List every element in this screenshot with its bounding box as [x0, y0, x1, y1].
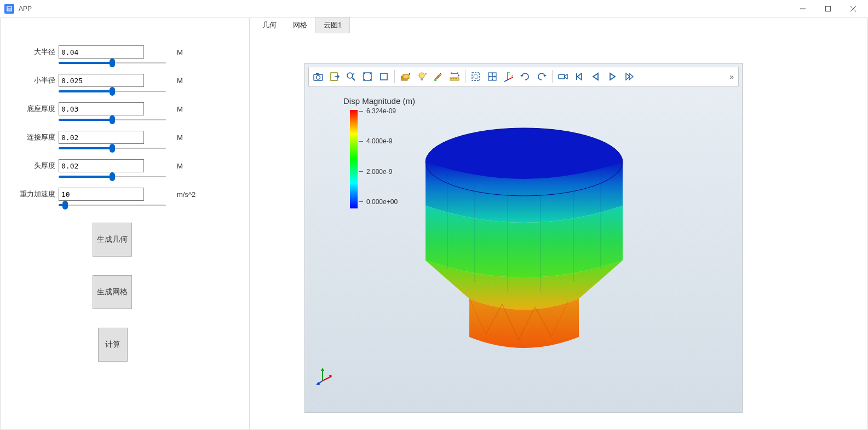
svg-line-40	[508, 77, 513, 80]
generate-geometry-button[interactable]: 生成几何	[93, 223, 132, 257]
param-slider-0[interactable]	[59, 62, 166, 64]
param-label: 大半径	[12, 47, 55, 57]
param-label: 头厚度	[12, 161, 55, 171]
param-slider-3[interactable]	[59, 147, 166, 149]
param-input-0[interactable]	[59, 45, 144, 59]
param-label: 重力加速度	[12, 189, 55, 199]
generate-mesh-button[interactable]: 生成网格	[93, 275, 132, 309]
skip-forward-icon[interactable]	[620, 68, 637, 85]
svg-marker-31	[458, 74, 459, 77]
viewer-tabs: 几何网格云图1	[250, 18, 867, 33]
svg-text:y: y	[508, 71, 510, 74]
export-icon[interactable]	[326, 68, 343, 85]
svg-line-12	[352, 78, 355, 80]
titlebar: APP	[0, 0, 868, 18]
param-unit: M	[177, 133, 183, 142]
legend-tick: 4.000e-9	[359, 137, 398, 145]
svg-marker-18	[409, 73, 410, 75]
zoom-find-icon[interactable]	[343, 68, 359, 85]
maximize-button[interactable]	[815, 0, 841, 18]
play-back-icon[interactable]	[588, 68, 604, 85]
app-title: APP	[19, 5, 32, 13]
ruler-icon[interactable]	[446, 68, 463, 85]
lightbulb-icon[interactable]	[413, 68, 430, 85]
close-button[interactable]	[841, 0, 866, 18]
tab-1[interactable]: 网格	[285, 17, 315, 33]
svg-rect-22	[434, 79, 436, 81]
svg-point-11	[347, 73, 353, 78]
tab-0[interactable]: 几何	[254, 17, 285, 33]
param-slider-5[interactable]	[59, 204, 166, 206]
svg-point-19	[419, 73, 424, 78]
play-forward-icon[interactable]	[604, 68, 620, 85]
svg-rect-15	[381, 73, 387, 80]
param-slider-1[interactable]	[59, 90, 166, 92]
tab-2[interactable]: 云图1	[315, 17, 350, 33]
toolbar-separator	[465, 70, 465, 83]
axes-triad-icon	[316, 368, 334, 385]
3d-viewer[interactable]: yx» Disp Magnitude (m) 6.324e-094.000e-9…	[304, 63, 743, 413]
param-unit: m/s^2	[177, 190, 196, 199]
viewer-toolbar: yx»	[308, 67, 739, 86]
toolbar-overflow-icon[interactable]: »	[726, 72, 737, 81]
color-legend: Disp Magnitude (m) 6.324e-094.000e-92.00…	[343, 96, 415, 208]
svg-text:x: x	[511, 74, 513, 77]
toolbar-separator	[552, 70, 553, 83]
svg-rect-46	[559, 74, 565, 79]
legend-tick: 2.000e-9	[359, 168, 398, 176]
svg-rect-20	[421, 78, 423, 80]
legend-tick: 6.324e-09	[359, 107, 398, 115]
param-unit: M	[177, 77, 183, 85]
legend-colorbar	[350, 110, 358, 208]
param-label: 连接厚度	[12, 132, 55, 142]
svg-rect-9	[316, 73, 319, 74]
move-icon[interactable]	[484, 68, 501, 85]
svg-marker-65	[329, 375, 332, 378]
param-input-5[interactable]	[59, 188, 144, 201]
svg-marker-47	[565, 74, 567, 79]
param-input-1[interactable]	[59, 74, 144, 87]
param-label: 底座厚度	[12, 104, 55, 114]
result-model	[415, 118, 634, 353]
svg-line-41	[504, 80, 508, 82]
video-icon[interactable]	[555, 68, 571, 85]
svg-marker-48	[577, 73, 582, 80]
dashed-select-icon[interactable]	[468, 68, 484, 85]
skip-back-icon[interactable]	[571, 68, 588, 85]
rotate-cw-icon[interactable]	[517, 68, 533, 85]
param-input-4[interactable]	[59, 159, 144, 172]
param-unit: M	[177, 162, 183, 170]
svg-marker-44	[520, 75, 524, 77]
svg-point-33	[474, 74, 478, 79]
param-input-3[interactable]	[59, 131, 144, 144]
axes-icon[interactable]: yx	[501, 68, 517, 85]
calculate-button[interactable]: 计算	[98, 328, 128, 362]
camera-icon[interactable]	[310, 68, 326, 85]
parameter-panel: 大半径M小半径M底座厚度M连接厚度M头厚度M重力加速度m/s^2 生成几何 生成…	[0, 18, 250, 430]
box-icon[interactable]	[376, 68, 392, 85]
legend-tick: 0.000e+00	[359, 198, 398, 206]
rotate-ccw-icon[interactable]	[533, 68, 550, 85]
svg-marker-50	[593, 73, 598, 80]
param-slider-4[interactable]	[59, 176, 166, 178]
viewer-panel: 几何网格云图1 yx» Disp Magnitude (m) 6.324e-09…	[250, 18, 868, 430]
svg-marker-45	[543, 75, 547, 77]
fit-icon[interactable]	[359, 68, 376, 85]
svg-point-8	[317, 75, 320, 79]
param-slider-2[interactable]	[59, 119, 166, 121]
brush-icon[interactable]	[430, 68, 446, 85]
toolbar-separator	[394, 70, 395, 83]
layers-icon[interactable]	[397, 68, 413, 85]
svg-marker-13	[353, 73, 355, 75]
svg-rect-23	[450, 78, 459, 80]
param-unit: M	[177, 48, 183, 56]
param-label: 小半径	[12, 75, 55, 85]
svg-marker-51	[610, 73, 615, 80]
svg-rect-4	[826, 7, 831, 11]
param-input-2[interactable]	[59, 102, 144, 115]
svg-rect-32	[472, 73, 480, 80]
legend-title: Disp Magnitude (m)	[343, 96, 415, 106]
param-unit: M	[177, 105, 183, 113]
svg-rect-17	[403, 74, 409, 79]
minimize-button[interactable]	[790, 0, 815, 18]
